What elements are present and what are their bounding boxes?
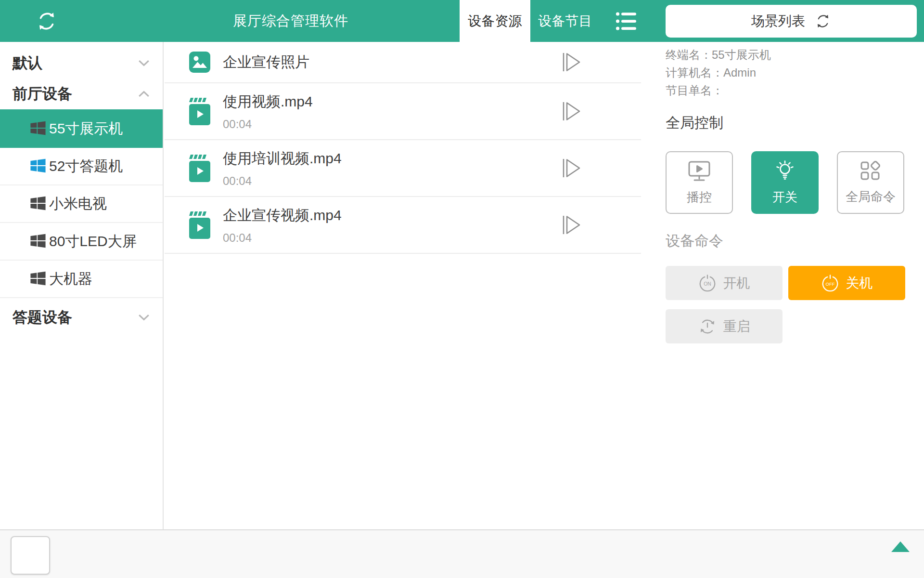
device-detail-panel: 终端名：55寸展示机 计算机名：Admin 节目单名： 全局控制 播控 (666, 46, 905, 343)
power-on-label: 开机 (723, 274, 750, 292)
sidebar-item-55inch-display[interactable]: 55寸展示机 (0, 109, 163, 148)
media-row[interactable]: 企业宣传视频.mp4 00:04 (165, 197, 641, 254)
media-row[interactable]: 使用培训视频.mp4 00:04 (165, 140, 641, 197)
windows-icon (30, 120, 46, 137)
playlist-name-line: 节目单名： (666, 81, 905, 99)
restart-label: 重启 (723, 317, 750, 336)
media-name: 企业宣传照片 (223, 53, 309, 72)
global-control-title: 全局控制 (666, 113, 905, 133)
playlist-toggle-button[interactable] (616, 11, 639, 31)
playlist-name-label: 节目单名： (666, 84, 723, 97)
global-command-label: 全局命令 (846, 188, 896, 205)
global-command-button[interactable]: 全局命令 (837, 151, 904, 214)
play-button[interactable] (560, 213, 583, 236)
switch-button[interactable]: 开关 (751, 151, 819, 214)
play-button[interactable] (560, 51, 583, 74)
app-title: 展厅综合管理软件 (233, 0, 348, 42)
windows-icon (30, 196, 46, 212)
computer-name-value: Admin (723, 66, 756, 79)
switch-label: 开关 (772, 189, 797, 206)
computer-name-label: 计算机名： (666, 66, 723, 79)
sidebar-item-xiaomi-tv[interactable]: 小米电视 (0, 185, 163, 223)
media-duration: 00:04 (223, 118, 313, 131)
tab-device-programs[interactable]: 设备节目 (530, 0, 600, 42)
media-name: 企业宣传视频.mp4 (223, 206, 342, 225)
device-label: 52寸答题机 (49, 157, 123, 176)
tab-device-resources[interactable]: 设备资源 (460, 0, 530, 42)
play-button[interactable] (560, 157, 583, 180)
power-on-badge: ON (704, 281, 711, 287)
play-icon (560, 51, 583, 74)
chevron-down-icon (138, 314, 150, 321)
power-off-badge: OFF (825, 281, 834, 287)
sidebar-item-80inch-led[interactable]: 80寸LED大屏 (0, 223, 163, 261)
preview-thumbnail-box[interactable] (11, 536, 50, 575)
media-name: 使用培训视频.mp4 (223, 149, 342, 169)
video-file-icon (189, 98, 210, 125)
app-header: 展厅综合管理软件 设备资源 设备节目 场景列表 (0, 0, 924, 42)
image-file-icon (189, 52, 210, 73)
play-icon (560, 100, 583, 123)
refresh-icon (36, 10, 58, 32)
power-on-button[interactable]: ON 开机 (666, 266, 783, 300)
computer-name-line: 计算机名：Admin (666, 64, 905, 81)
power-off-icon: OFF (821, 274, 839, 292)
sidebar-item-big-machine[interactable]: 大机器 (0, 261, 163, 298)
media-row[interactable]: 企业宣传照片 (165, 42, 641, 83)
media-name: 使用视频.mp4 (223, 92, 313, 112)
expand-tray-button[interactable] (891, 541, 910, 552)
refresh-icon (815, 13, 831, 29)
play-button[interactable] (560, 100, 583, 123)
device-command-title: 设备命令 (666, 231, 905, 251)
device-command-buttons: ON 开机 OFF 关机 (666, 266, 905, 343)
sidebar-group-quiz-devices[interactable]: 答题设备 (0, 298, 163, 337)
power-on-icon: ON (698, 274, 717, 292)
group-label: 答题设备 (13, 307, 72, 328)
bottom-tray (0, 529, 924, 578)
device-label: 大机器 (49, 269, 92, 289)
header-refresh-button[interactable] (36, 10, 58, 32)
windows-icon (30, 233, 46, 250)
chevron-up-icon (138, 90, 150, 98)
global-control-buttons: 播控 开关 全局命令 (666, 151, 905, 214)
sidebar-item-52inch-quiz[interactable]: 52寸答题机 (0, 148, 163, 185)
grid-command-icon (859, 160, 882, 182)
windows-icon (30, 271, 46, 287)
monitor-play-icon (687, 159, 712, 183)
terminal-name-line: 终端名：55寸展示机 (666, 46, 905, 64)
media-row[interactable]: 使用视频.mp4 00:04 (165, 83, 641, 140)
restart-button[interactable]: 重启 (666, 309, 783, 343)
device-tree-sidebar: 默认 前厅设备 55寸展示机 52寸答题机 小米电视 80寸LED大屏 大机器 … (0, 42, 164, 529)
media-duration: 00:04 (223, 231, 342, 245)
lightbulb-icon (773, 159, 797, 183)
playback-control-button[interactable]: 播控 (666, 151, 733, 214)
play-icon (560, 157, 583, 180)
sidebar-group-front-hall[interactable]: 前厅设备 (0, 79, 163, 109)
device-label: 小米电视 (49, 194, 107, 214)
video-file-icon (189, 211, 210, 239)
terminal-name-label: 终端名： (666, 48, 712, 61)
list-icon (616, 11, 639, 31)
terminal-name-value: 55寸展示机 (712, 48, 771, 61)
scene-list-button[interactable]: 场景列表 (666, 5, 917, 38)
restart-icon (698, 317, 717, 336)
windows-icon (30, 158, 46, 174)
scene-list-label: 场景列表 (751, 12, 805, 30)
media-resource-list: 企业宣传照片 使用视频.mp4 00:04 使用培训视频.mp4 00:04 (165, 42, 641, 254)
media-duration: 00:04 (223, 174, 342, 188)
sidebar-group-default[interactable]: 默认 (0, 48, 163, 79)
chevron-down-icon (138, 59, 150, 67)
group-label: 前厅设备 (13, 84, 72, 104)
video-file-icon (189, 155, 210, 182)
power-off-button[interactable]: OFF 关机 (788, 266, 905, 300)
power-off-label: 关机 (846, 274, 873, 292)
play-icon (560, 213, 583, 236)
device-label: 80寸LED大屏 (49, 232, 137, 251)
group-label: 默认 (13, 53, 42, 73)
playback-control-label: 播控 (687, 189, 712, 206)
device-label: 55寸展示机 (49, 119, 123, 139)
